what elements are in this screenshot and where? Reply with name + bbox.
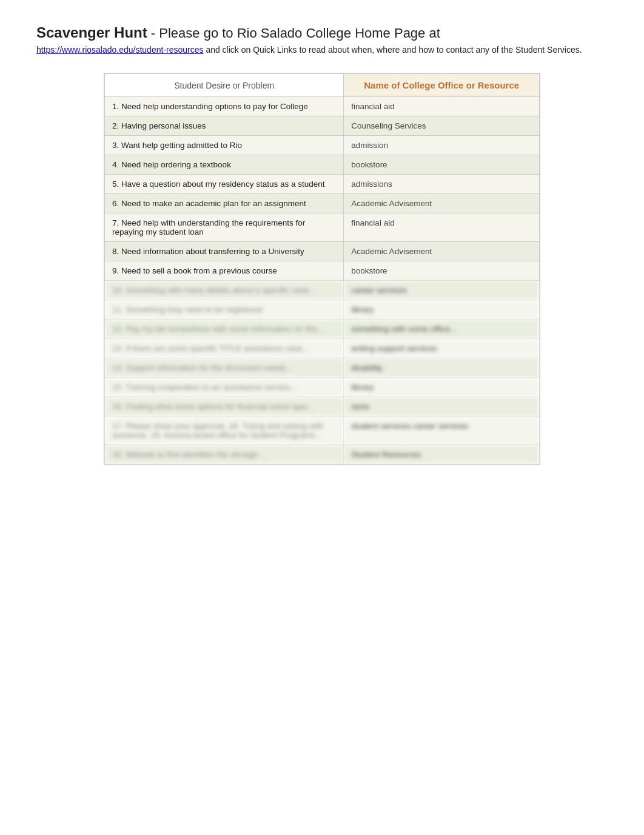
problem-cell: 17. Please show your approval, 18. Tryin… (105, 417, 344, 445)
problem-cell: 7. Need help with understanding the requ… (105, 213, 344, 242)
table-row: 3. Want help getting admitted to Rioadmi… (105, 136, 540, 155)
problem-cell: 1. Need help understanding options to pa… (105, 97, 344, 116)
problem-cell: 2. Having personal issues (105, 116, 344, 136)
resource-cell: disability (344, 358, 540, 378)
rio-link[interactable]: https://www.riosalado.edu/student-resour… (36, 45, 203, 55)
problem-cell: 5. Have a question about my residency st… (105, 175, 344, 194)
table-row: 15. Tutoring cooperation to an assistanc… (105, 378, 540, 397)
table-row: 16. Finding what some options for financ… (105, 397, 540, 417)
page-title-dash: - Please go to Rio Salado College Home P… (151, 25, 440, 41)
table-row: 14. Support information for the document… (105, 358, 540, 378)
table-row: 9. Need to sell a book from a previous c… (105, 261, 540, 281)
problem-cell: 3. Want help getting admitted to Rio (105, 136, 344, 155)
table-row: 17. Please show your approval, 18. Tryin… (105, 417, 540, 445)
col1-header: Student Desire or Problem (105, 74, 344, 97)
table-row: 11. Something they need to be registered… (105, 300, 540, 320)
table-row: 2. Having personal issuesCounseling Serv… (105, 116, 540, 136)
resource-cell: Student Resources (344, 445, 540, 464)
resource-cell: library (344, 300, 540, 320)
problem-cell: 16. Finding what some options for financ… (105, 397, 344, 417)
main-table-wrapper: Student Desire or Problem Name of Colleg… (104, 73, 540, 465)
resource-cell: something with some office... (344, 320, 540, 339)
resource-cell: student services career services (344, 417, 540, 445)
resource-cell: bookstore (344, 155, 540, 175)
problem-cell: 20. Website to find identities the stora… (105, 445, 344, 464)
table-row: 4. Need help ordering a textbookbookstor… (105, 155, 540, 175)
table-row: 5. Have a question about my residency st… (105, 175, 540, 194)
resource-cell: Academic Advisement (344, 194, 540, 213)
resource-cell: admission (344, 136, 540, 155)
resource-cell: admissions (344, 175, 540, 194)
resource-cell: writing support services (344, 339, 540, 358)
problem-cell: 8. Need information about transferring t… (105, 242, 344, 261)
resource-cell: store (344, 397, 540, 417)
table-row: 8. Need information about transferring t… (105, 242, 540, 261)
resource-cell: Academic Advisement (344, 242, 540, 261)
scavenger-hunt-table: Student Desire or Problem Name of Colleg… (104, 73, 540, 464)
problem-cell: 12. Pay my bill somewhere with some info… (105, 320, 344, 339)
resource-cell: library (344, 378, 540, 397)
resource-cell: career services (344, 281, 540, 300)
table-row: 13. If there are some specific TITLE ass… (105, 339, 540, 358)
problem-cell: 13. If there are some specific TITLE ass… (105, 339, 344, 358)
col2-header: Name of College Office or Resource (344, 74, 540, 97)
table-row: 6. Need to make an academic plan for an … (105, 194, 540, 213)
resource-cell: bookstore (344, 261, 540, 281)
resource-cell: Counseling Services (344, 116, 540, 136)
resource-cell: financial aid (344, 213, 540, 242)
resource-cell: financial aid (344, 97, 540, 116)
problem-cell: 6. Need to make an academic plan for an … (105, 194, 344, 213)
problem-cell: 9. Need to sell a book from a previous c… (105, 261, 344, 281)
table-row: 7. Need help with understanding the requ… (105, 213, 540, 242)
table-row: 1. Need help understanding options to pa… (105, 97, 540, 116)
problem-cell: 4. Need help ordering a textbook (105, 155, 344, 175)
table-row: 20. Website to find identities the stora… (105, 445, 540, 464)
problem-cell: 14. Support information for the document… (105, 358, 344, 378)
page-header: Scavenger Hunt - Please go to Rio Salado… (36, 24, 608, 55)
table-row: 10. Something with many details about a … (105, 281, 540, 300)
page-title-bold: Scavenger Hunt (36, 24, 147, 41)
table-row: 12. Pay my bill somewhere with some info… (105, 320, 540, 339)
problem-cell: 15. Tutoring cooperation to an assistanc… (105, 378, 344, 397)
subtitle-text: and click on Quick Links to read about w… (206, 45, 582, 55)
problem-cell: 10. Something with many details about a … (105, 281, 344, 300)
problem-cell: 11. Something they need to be registered (105, 300, 344, 320)
